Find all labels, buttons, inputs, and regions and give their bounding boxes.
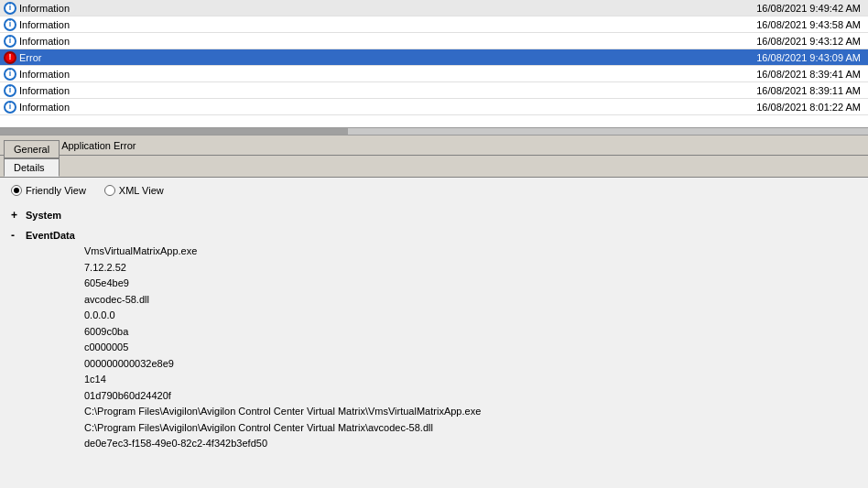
event-data-value: avcodec-58.dll: [84, 292, 857, 308]
event-data-value: C:\Program Files\Avigilon\Avigilon Contr…: [84, 420, 857, 436]
tabs-container: GeneralDetails: [4, 140, 61, 177]
log-type-label: Information: [19, 85, 70, 96]
event-data-toggle: -: [11, 229, 22, 242]
details-area: Friendly View XML View + System - EventD…: [0, 178, 868, 488]
log-row[interactable]: iInformation16/08/2021 9:49:42 AM: [0, 0, 868, 16]
scroll-thumb[interactable]: [0, 128, 348, 135]
info-icon: i: [4, 84, 16, 97]
log-type-cell: iInformation: [0, 101, 110, 114]
tab-general[interactable]: General: [4, 140, 60, 158]
log-type-label: Information: [19, 3, 70, 14]
event-data-section: - EventData VmsVirtualMatrixApp.exe7.12.…: [11, 227, 857, 451]
xml-view-radio[interactable]: [104, 185, 115, 196]
log-list: iInformation16/08/2021 9:49:42 AMiInform…: [0, 0, 868, 128]
log-row[interactable]: iInformation16/08/2021 8:01:22 AM: [0, 99, 868, 115]
log-date-cell: 16/08/2021 8:01:22 AM: [110, 102, 868, 113]
event-data-value: C:\Program Files\Avigilon\Avigilon Contr…: [84, 404, 857, 419]
event-data-value: VmsVirtualMatrixApp.exe: [84, 244, 857, 259]
tabs-bar: GeneralDetails: [0, 156, 868, 178]
xml-view-label: XML View: [119, 185, 164, 196]
event-data-value: 0.0.0.0: [84, 308, 857, 323]
event-data-value: 6009c0ba: [84, 324, 857, 340]
log-row[interactable]: iInformation16/08/2021 8:39:41 AM: [0, 66, 868, 82]
log-type-cell: iInformation: [0, 68, 110, 81]
log-type-label: Information: [19, 69, 70, 80]
log-date-cell: 16/08/2021 9:43:58 AM: [110, 19, 868, 30]
log-row[interactable]: iInformation16/08/2021 9:43:58 AM: [0, 16, 868, 33]
log-row[interactable]: !Error16/08/2021 9:43:09 AM: [0, 49, 868, 66]
system-section-header[interactable]: + System: [11, 207, 857, 223]
info-icon: i: [4, 18, 16, 31]
view-options: Friendly View XML View: [11, 185, 857, 196]
system-toggle: +: [11, 209, 22, 222]
system-label: System: [26, 210, 61, 221]
event-data-value: de0e7ec3-f158-49e0-82c2-4f342b3efd50: [84, 436, 857, 451]
log-date-cell: 16/08/2021 9:43:12 AM: [110, 36, 868, 47]
log-type-cell: iInformation: [0, 84, 110, 97]
event-header: Event 1000, Application Error: [0, 136, 868, 156]
log-type-cell: !Error: [0, 51, 110, 64]
details-content: Friendly View XML View + System - EventD…: [11, 185, 857, 451]
event-data-value: 000000000032e8e9: [84, 356, 857, 372]
log-type-label: Information: [19, 36, 70, 47]
event-data-values: VmsVirtualMatrixApp.exe7.12.2.52605e4be9…: [84, 244, 857, 451]
log-date-cell: 16/08/2021 9:43:09 AM: [110, 52, 868, 63]
tab-details[interactable]: Details: [4, 158, 60, 177]
log-type-label: Information: [19, 102, 70, 113]
log-rows: iInformation16/08/2021 9:49:42 AMiInform…: [0, 0, 868, 115]
event-data-value: 7.12.2.52: [84, 260, 857, 276]
log-date-cell: 16/08/2021 8:39:41 AM: [110, 69, 868, 80]
scrollbar[interactable]: [0, 128, 868, 136]
friendly-view-label: Friendly View: [26, 185, 86, 196]
main-container: iInformation16/08/2021 9:49:42 AMiInform…: [0, 0, 868, 488]
log-type-cell: iInformation: [0, 2, 110, 15]
event-data-value: 1c14: [84, 372, 857, 387]
log-type-label: Error: [19, 52, 41, 63]
log-type-label: Information: [19, 19, 70, 30]
log-row[interactable]: iInformation16/08/2021 8:39:11 AM: [0, 82, 868, 99]
log-date-cell: 16/08/2021 9:49:42 AM: [110, 3, 868, 14]
info-icon: i: [4, 68, 16, 81]
log-type-cell: iInformation: [0, 35, 110, 48]
error-icon: !: [4, 51, 16, 64]
event-data-label: EventData: [26, 230, 75, 241]
info-icon: i: [4, 2, 16, 15]
info-icon: i: [4, 35, 16, 48]
event-data-value: 01d790b60d24420f: [84, 388, 857, 404]
event-data-value: c0000005: [84, 340, 857, 355]
xml-view-option[interactable]: XML View: [104, 185, 164, 196]
event-data-section-header[interactable]: - EventData: [11, 227, 857, 244]
log-type-cell: iInformation: [0, 18, 110, 31]
friendly-view-option[interactable]: Friendly View: [11, 185, 86, 196]
info-icon: i: [4, 101, 16, 114]
event-data-value: 605e4be9: [84, 276, 857, 291]
log-row[interactable]: iInformation16/08/2021 9:43:12 AM: [0, 33, 868, 49]
friendly-view-radio[interactable]: [11, 185, 22, 196]
log-date-cell: 16/08/2021 8:39:11 AM: [110, 85, 868, 96]
